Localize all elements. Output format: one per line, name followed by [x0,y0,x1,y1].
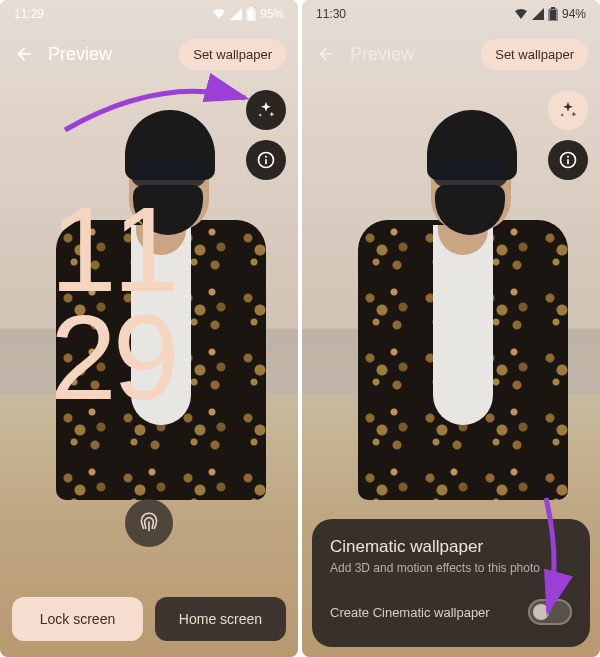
sheet-title: Cinematic wallpaper [330,537,572,557]
battery-icon [548,7,558,21]
phone-screenshot-right: 11:30 94% Preview Set wallpaper [302,0,600,657]
clock-hours: 11 [50,195,175,303]
fingerprint-button[interactable] [125,499,173,547]
svg-rect-2 [248,10,254,20]
svg-rect-7 [551,7,555,9]
status-time: 11:29 [14,7,44,21]
sparkle-icon [256,100,276,120]
back-arrow-icon [316,44,336,64]
status-bar: 11:30 94% [302,0,600,28]
sparkle-fab[interactable] [246,90,286,130]
signal-icon [230,8,242,20]
signal-icon [532,8,544,20]
svg-rect-8 [550,10,556,20]
set-wallpaper-button[interactable]: Set wallpaper [481,39,588,70]
status-battery: 94% [562,7,586,21]
back-button[interactable] [314,42,338,66]
set-wallpaper-button[interactable]: Set wallpaper [179,39,286,70]
info-icon [558,150,578,170]
info-fab[interactable] [246,140,286,180]
status-bar: 11:29 95% [0,0,298,28]
wifi-icon [514,8,528,20]
status-time: 11:30 [316,7,346,21]
svg-rect-1 [249,7,253,9]
cinematic-toggle[interactable] [528,599,572,625]
page-title: Preview [48,44,112,65]
info-fab[interactable] [548,140,588,180]
lock-screen-clock: 11 29 [50,195,175,411]
svg-point-10 [567,156,569,158]
info-icon [256,150,276,170]
back-arrow-icon [14,44,34,64]
page-title: Preview [350,44,414,65]
svg-rect-5 [265,159,267,164]
svg-point-4 [265,156,267,158]
cinematic-wallpaper-sheet: Cinematic wallpaper Add 3D and motion ef… [312,519,590,647]
sparkle-icon [558,100,578,120]
clock-minutes: 29 [50,303,175,411]
home-screen-button[interactable]: Home screen [155,597,286,641]
toggle-thumb [533,604,549,620]
svg-rect-11 [567,159,569,164]
phone-screenshot-left: 11:29 95% Preview Set wallpaper [0,0,298,657]
toggle-label: Create Cinematic wallpaper [330,605,490,620]
sparkle-fab[interactable] [548,90,588,130]
battery-icon [246,7,256,21]
lock-screen-button[interactable]: Lock screen [12,597,143,641]
header: Preview Set wallpaper [0,30,298,78]
status-battery: 95% [260,7,284,21]
sheet-subtitle: Add 3D and motion effects to this photo [330,561,572,575]
wifi-icon [212,8,226,20]
fingerprint-icon [136,510,162,536]
header: Preview Set wallpaper [302,30,600,78]
back-button[interactable] [12,42,36,66]
